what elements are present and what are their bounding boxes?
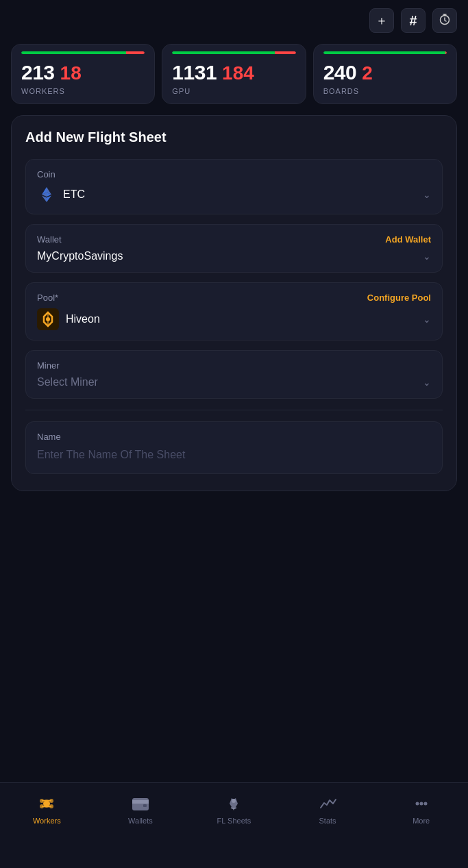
wallets-nav-label: Wallets bbox=[128, 817, 153, 825]
pool-select[interactable]: Hiveon ⌄ bbox=[37, 308, 431, 330]
add-wallet-button[interactable]: Add Wallet bbox=[385, 234, 431, 245]
boards-card[interactable]: 240 2 BOARDS bbox=[313, 44, 457, 104]
coin-field[interactable]: Coin ETC ⌄ bbox=[25, 159, 443, 214]
gpu-bar-fill bbox=[172, 51, 295, 54]
boards-bar-fill bbox=[323, 51, 447, 54]
wallet-value: MyCryptoSavings bbox=[37, 250, 123, 262]
pool-field[interactable]: Pool* Configure Pool Hiveon ⌄ bbox=[25, 282, 443, 340]
stats-nav-label: Stats bbox=[319, 817, 336, 825]
svg-line-17 bbox=[47, 806, 51, 807]
gpu-card[interactable]: 1131 184 GPU bbox=[162, 44, 306, 104]
coin-label: Coin bbox=[37, 169, 56, 179]
flsheets-nav-icon bbox=[224, 794, 243, 813]
miner-select[interactable]: Select Miner ⌄ bbox=[37, 376, 431, 388]
coin-select[interactable]: ETC ⌄ bbox=[37, 185, 431, 204]
workers-bar-fill bbox=[21, 51, 145, 54]
configure-pool-button[interactable]: Configure Pool bbox=[367, 293, 431, 303]
stats-row: 213 18 WORKERS 1131 184 GPU 240 2 BOARDS bbox=[0, 38, 468, 115]
gpu-bar bbox=[172, 51, 295, 54]
stats-nav-icon bbox=[318, 794, 337, 813]
wallet-header: Wallet Add Wallet bbox=[37, 234, 431, 245]
coin-header: Coin bbox=[37, 169, 431, 179]
timer-icon bbox=[439, 13, 451, 29]
svg-point-24 bbox=[423, 802, 427, 806]
svg-marker-5 bbox=[47, 196, 51, 203]
svg-rect-19 bbox=[132, 800, 149, 804]
miner-chevron: ⌄ bbox=[423, 377, 431, 388]
nav-item-wallets[interactable]: Wallets bbox=[94, 791, 188, 825]
gpu-main: 1131 bbox=[172, 61, 217, 84]
add-button[interactable]: ＋ bbox=[369, 8, 394, 33]
svg-rect-18 bbox=[132, 798, 149, 810]
boards-alert: 2 bbox=[362, 62, 373, 84]
workers-alert: 18 bbox=[60, 62, 82, 84]
hiveon-icon bbox=[37, 308, 59, 330]
name-placeholder: Enter The Name Of The Sheet bbox=[37, 449, 431, 461]
nav-item-workers[interactable]: Workers bbox=[0, 791, 94, 825]
workers-label: WORKERS bbox=[21, 87, 145, 95]
ethereum-icon bbox=[37, 185, 56, 204]
nav-item-flsheets[interactable]: FL Sheets bbox=[187, 791, 281, 825]
svg-line-16 bbox=[42, 806, 47, 807]
more-nav-icon bbox=[412, 794, 431, 813]
pool-value: Hiveon bbox=[66, 313, 100, 325]
wallet-select[interactable]: MyCryptoSavings ⌄ bbox=[37, 250, 431, 262]
svg-point-21 bbox=[232, 799, 236, 803]
workers-bar bbox=[21, 51, 145, 54]
svg-point-8 bbox=[46, 317, 50, 321]
workers-main: 213 bbox=[21, 61, 55, 84]
boards-main: 240 bbox=[323, 61, 357, 84]
svg-line-15 bbox=[47, 800, 51, 801]
more-nav-label: More bbox=[412, 817, 430, 825]
workers-nav-label: Workers bbox=[33, 817, 61, 825]
wallet-chevron: ⌄ bbox=[423, 251, 431, 262]
form-card: Add New Flight Sheet Coin ETC bbox=[11, 115, 457, 491]
coin-value: ETC bbox=[63, 188, 85, 201]
wallet-field[interactable]: Wallet Add Wallet MyCryptoSavings ⌄ bbox=[25, 224, 443, 273]
wallet-label: Wallet bbox=[37, 234, 62, 245]
svg-marker-6 bbox=[42, 196, 47, 203]
flsheets-nav-label: FL Sheets bbox=[217, 817, 251, 825]
wallets-nav-icon bbox=[131, 794, 150, 813]
gpu-alert: 184 bbox=[222, 62, 254, 84]
workers-card[interactable]: 213 18 WORKERS bbox=[11, 44, 155, 104]
svg-point-23 bbox=[419, 802, 423, 806]
hash-icon: # bbox=[409, 13, 417, 29]
coin-chevron: ⌄ bbox=[423, 189, 431, 200]
miner-label: Miner bbox=[37, 360, 60, 371]
form-title: Add New Flight Sheet bbox=[25, 129, 443, 145]
miner-placeholder: Select Miner bbox=[37, 376, 98, 388]
workers-nav-icon bbox=[37, 794, 56, 813]
name-label: Name bbox=[37, 432, 431, 442]
hash-button[interactable]: # bbox=[401, 8, 426, 33]
bottom-nav: Workers Wallets FL Sheets bbox=[0, 782, 468, 868]
add-icon: ＋ bbox=[375, 12, 388, 29]
timer-button[interactable] bbox=[432, 8, 457, 33]
top-bar: ＋ # bbox=[0, 0, 468, 38]
name-field[interactable]: Name Enter The Name Of The Sheet bbox=[25, 421, 443, 474]
form-divider bbox=[25, 410, 443, 410]
miner-header: Miner bbox=[37, 360, 431, 371]
nav-item-stats[interactable]: Stats bbox=[281, 791, 375, 825]
pool-header: Pool* Configure Pool bbox=[37, 293, 431, 303]
miner-field[interactable]: Miner Select Miner ⌄ bbox=[25, 350, 443, 399]
gpu-label: GPU bbox=[172, 87, 295, 95]
nav-item-more[interactable]: More bbox=[374, 791, 468, 825]
svg-line-14 bbox=[42, 800, 47, 801]
svg-point-22 bbox=[415, 802, 419, 806]
main-content: Add New Flight Sheet Coin ETC bbox=[0, 115, 468, 491]
boards-label: BOARDS bbox=[323, 87, 447, 95]
svg-rect-20 bbox=[143, 804, 147, 807]
svg-point-9 bbox=[43, 800, 50, 807]
boards-bar bbox=[323, 51, 447, 54]
pool-chevron: ⌄ bbox=[423, 314, 431, 325]
pool-label: Pool* bbox=[37, 293, 58, 303]
